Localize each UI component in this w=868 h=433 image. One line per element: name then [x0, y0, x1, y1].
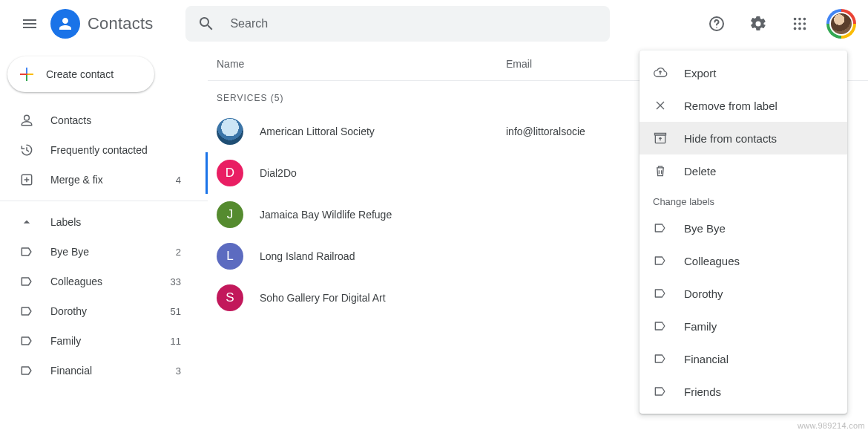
svg-point-6 [798, 22, 801, 25]
contact-name: Long Island Railroad [260, 250, 506, 262]
column-name-header: Name [217, 58, 506, 70]
create-contact-button[interactable]: Create contact [7, 56, 154, 92]
svg-point-4 [803, 18, 806, 21]
sidebar-label-item[interactable]: Dorothy51 [0, 296, 199, 326]
watermark: www.989214.com [798, 421, 865, 430]
contact-name: Dial2Do [260, 167, 506, 179]
chevron-up-icon [19, 215, 34, 229]
menu-labels-list: Bye ByeColleaguesDorothyFamilyFinancialF… [640, 212, 847, 408]
contact-avatar: D [217, 160, 243, 186]
sidebar-item-label: Dorothy [50, 305, 154, 317]
sidebar-label-item[interactable]: Family11 [0, 326, 199, 356]
svg-point-10 [803, 27, 806, 30]
labels-toggle[interactable]: Labels [0, 207, 208, 237]
menu-label-item[interactable]: Family [640, 310, 847, 342]
svg-point-5 [794, 22, 797, 25]
search-icon [197, 15, 215, 33]
menu-label-item[interactable]: Friends [640, 375, 847, 408]
sidebar-item-merge[interactable]: Merge & fix 4 [0, 165, 199, 195]
menu-label-item[interactable]: Bye Bye [640, 212, 847, 244]
menu-label: Friends [684, 385, 721, 398]
menu-section-change-labels: Change labels [640, 187, 847, 212]
sidebar-item-count: 51 [171, 306, 181, 317]
archive-icon [653, 131, 668, 146]
avatar-image [829, 12, 853, 36]
svg-point-3 [798, 18, 801, 21]
sidebar: Create contact Contacts Frequently conta… [0, 48, 208, 433]
app-title: Contacts [88, 14, 153, 33]
header-actions [699, 6, 856, 42]
contact-avatar: S [217, 284, 243, 311]
person-outline-icon [19, 113, 34, 128]
sidebar-item-label: Financial [50, 365, 160, 377]
label-icon [653, 221, 668, 235]
label-icon [653, 351, 668, 366]
sidebar-item-label: Merge & fix [50, 174, 160, 186]
svg-point-9 [798, 27, 801, 30]
menu-label: Remove from label [684, 100, 777, 112]
contact-name: Jamaica Bay Wildlife Refuge [260, 209, 506, 221]
person-icon [50, 9, 80, 39]
menu-label: Hide from contacts [684, 132, 777, 145]
divider [0, 201, 208, 201]
label-icon [19, 304, 34, 319]
sidebar-item-label: Colleagues [50, 276, 154, 287]
menu-label-item[interactable]: Dorothy [640, 277, 847, 310]
menu-export[interactable]: Export [640, 56, 847, 89]
search-input[interactable] [228, 16, 598, 31]
sidebar-item-label: Contacts [50, 114, 181, 126]
svg-rect-13 [26, 75, 27, 81]
contact-avatar: L [217, 243, 243, 270]
gear-icon[interactable] [740, 6, 776, 42]
trash-icon [653, 163, 668, 178]
sidebar-label-item[interactable]: Financial3 [0, 356, 199, 385]
menu-icon[interactable] [12, 6, 47, 42]
svg-rect-12 [27, 74, 33, 75]
account-avatar[interactable] [826, 9, 856, 39]
plus-icon [18, 65, 36, 83]
selection-bar [206, 152, 208, 194]
menu-label: Delete [684, 165, 716, 178]
label-icon [653, 319, 668, 333]
label-icon [653, 286, 668, 301]
contact-name: American Littoral Society [260, 126, 506, 137]
label-icon [19, 333, 34, 348]
sidebar-item-count: 33 [171, 276, 181, 287]
menu-label: Dorothy [684, 287, 723, 300]
sidebar-label-item[interactable]: Colleagues33 [0, 267, 199, 296]
history-icon [19, 143, 34, 157]
close-icon [653, 98, 668, 113]
label-icon [653, 253, 668, 268]
menu-label: Financial [684, 353, 729, 365]
sidebar-item-label: Family [50, 335, 154, 347]
menu-hide[interactable]: Hide from contacts [640, 122, 847, 154]
menu-label-item[interactable]: Colleagues [640, 244, 847, 277]
menu-label: Bye Bye [684, 222, 726, 235]
svg-point-2 [794, 18, 797, 21]
search-box[interactable] [185, 6, 610, 42]
contact-avatar: J [217, 201, 243, 228]
contact-name: Soho Gallery For Digital Art [260, 292, 506, 304]
contact-email: info@littoralsocie [506, 126, 585, 137]
menu-label-item[interactable]: Financial [640, 342, 847, 375]
sidebar-item-frequent[interactable]: Frequently contacted [0, 135, 199, 165]
label-icon [653, 384, 668, 399]
sidebar-label-item[interactable]: Bye Bye2 [0, 237, 199, 267]
sidebar-item-label: Frequently contacted [50, 144, 181, 156]
sidebar-item-count: 3 [176, 365, 181, 377]
sidebar-item-count: 2 [176, 247, 181, 258]
menu-delete[interactable]: Delete [640, 154, 847, 187]
svg-point-1 [716, 27, 717, 28]
app-logo[interactable]: Contacts [50, 9, 153, 39]
apps-icon[interactable] [782, 6, 818, 42]
menu-label: Export [684, 67, 716, 79]
labels-header-text: Labels [50, 216, 81, 228]
svg-rect-11 [26, 68, 27, 74]
menu-label: Family [684, 320, 717, 333]
help-icon[interactable] [699, 6, 734, 42]
menu-remove-label[interactable]: Remove from label [640, 89, 847, 122]
label-icon [19, 363, 34, 378]
sidebar-item-contacts[interactable]: Contacts [0, 105, 199, 135]
menu-label: Colleagues [684, 255, 740, 267]
context-menu: Export Remove from label Hide from conta… [640, 51, 847, 414]
